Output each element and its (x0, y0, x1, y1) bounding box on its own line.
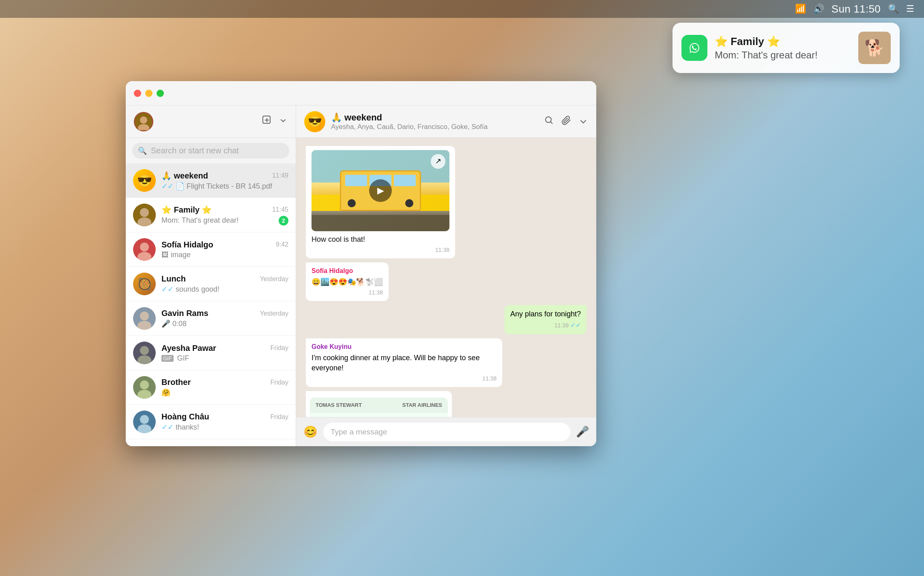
chat-avatar-weekend: 😎 (133, 169, 156, 192)
maximize-button[interactable] (157, 90, 164, 97)
svg-point-9 (140, 243, 149, 251)
svg-point-12 (140, 312, 149, 320)
ticket-passenger: TOMAS STEWART (316, 402, 362, 409)
chat-avatar-family (133, 204, 156, 226)
search-menubar-icon[interactable]: 🔍 (888, 4, 899, 14)
chat-time-lunch: Yesterday (260, 275, 288, 283)
minimize-button[interactable] (145, 90, 153, 97)
chat-info-brother: Brother Friday 🤗 (161, 378, 288, 397)
notification-message: Mom: That's great dear! (715, 49, 851, 61)
chat-panel: 😎 🙏 weekend Ayesha, Anya, Cauã, Dario, F… (296, 105, 596, 446)
chat-name-brother: Brother (161, 378, 191, 387)
chat-info-gavin: Gavin Rams Yesterday 🎤 0:08 (161, 309, 288, 328)
traffic-lights (134, 90, 164, 97)
notification-avatar: 🐕 (858, 32, 891, 64)
wifi-icon: 📶 (795, 4, 806, 14)
message-sender-goke: Goke Kuyinu (312, 342, 496, 351)
chat-preview-ayesha: GIF GIF (161, 354, 288, 363)
chat-item-gavin[interactable]: Gavin Rams Yesterday 🎤 0:08 (126, 301, 296, 336)
chat-info-lunch: Lunch Yesterday ✓✓ sounds good! (161, 274, 288, 294)
menubar: 📶 🔊 Sun 11:50 🔍 ☰ (0, 0, 924, 18)
chat-name-weekend: 🙏 weekend (161, 171, 208, 181)
chat-time-family: 11:45 (272, 206, 288, 213)
microphone-button[interactable]: 🎤 (576, 426, 589, 438)
chat-preview-family: Mom: That's great dear! 2 (161, 216, 288, 226)
video-thumbnail[interactable]: ▶ ↗ (312, 150, 449, 231)
chat-preview-gavin: 🎤 0:08 (161, 319, 288, 328)
message-sender-sofia: Sofía Hidalgo (312, 267, 383, 275)
menu-icon[interactable]: ☰ (906, 4, 914, 14)
message-text-sofia: 😄🏙️😍😍🎭🐕🐩⬜ (312, 277, 383, 287)
message-time-3: 11:38 (312, 375, 496, 383)
chat-name-family: ⭐ Family ⭐ (161, 205, 212, 215)
chevron-down-icon[interactable] (279, 115, 288, 128)
compose-icon[interactable] (262, 115, 272, 128)
chat-name-hoang: Hoàng Châu (161, 412, 209, 421)
chat-preview-sofia: 🖼 image (161, 251, 288, 259)
chat-time-ayesha: Friday (271, 344, 288, 352)
chat-name-gavin: Gavin Rams (161, 309, 208, 318)
chat-item-family[interactable]: ⭐ Family ⭐ 11:45 Mom: That's great dear!… (126, 198, 296, 232)
paperclip-icon[interactable] (561, 116, 571, 128)
profile-avatar[interactable] (134, 112, 153, 131)
search-bar[interactable]: 🔍 Search or start new chat (132, 143, 289, 159)
chat-info-family: ⭐ Family ⭐ 11:45 Mom: That's great dear!… (161, 205, 288, 226)
chat-preview-weekend: ✓✓ 📄 Flight Tickets - BR 145.pdf (161, 182, 288, 191)
main-content: 🔍 Search or start new chat 😎 🙏 weekend 1… (126, 105, 596, 446)
app-window: 🔍 Search or start new chat 😎 🙏 weekend 1… (126, 81, 596, 446)
chat-item-weekend[interactable]: 😎 🙏 weekend 11:49 ✓✓ 📄 Flight Tickets - … (126, 163, 296, 198)
sidebar-header-icons (262, 115, 288, 128)
chat-item-ayesha[interactable]: Ayesha Pawar Friday GIF GIF (126, 336, 296, 370)
message-text-outgoing: Any plans for tonight? (510, 309, 581, 319)
svg-point-18 (140, 380, 149, 389)
chat-header-members: Ayesha, Anya, Cauã, Dario, Francisco, Go… (331, 123, 539, 131)
more-icon[interactable] (578, 116, 588, 128)
message-time-1: 11:38 (312, 289, 383, 297)
chat-avatar-lunch: 🥘 (133, 273, 156, 295)
flight-ticket: TOMAS STEWART STAR AIRLINES LHR → SFO BR… (310, 398, 448, 417)
chat-item-hoang[interactable]: Hoàng Châu Friday ✓✓ thanks! (126, 405, 296, 439)
message-input-bar: 😊 Type a message 🎤 (296, 417, 596, 446)
message-text-goke: I'm cooking dinner at my place. Will be … (312, 353, 496, 373)
chat-item-brother[interactable]: Brother Friday 🤗 (126, 370, 296, 405)
chat-avatar-hoang (133, 411, 156, 433)
chat-info-sofia: Sofía Hidalgo 9:42 🖼 image (161, 240, 288, 259)
chat-header-info: 🙏 weekend Ayesha, Anya, Cauã, Dario, Fra… (331, 112, 539, 131)
menubar-right: 📶 🔊 Sun 11:50 🔍 ☰ (795, 3, 914, 15)
search-input[interactable]: Search or start new chat (151, 146, 239, 155)
chat-time-sofia: 9:42 (276, 241, 288, 248)
emoji-button[interactable]: 😊 (303, 425, 318, 438)
chat-info-weekend: 🙏 weekend 11:49 ✓✓ 📄 Flight Tickets - BR… (161, 171, 288, 191)
notification-banner[interactable]: ⭐ Family ⭐ Mom: That's great dear! 🐕 (673, 23, 900, 73)
chat-name-sofia: Sofía Hidalgo (161, 240, 213, 249)
search-container: 🔍 Search or start new chat (126, 138, 296, 163)
video-share-button[interactable]: ↗ (431, 154, 445, 169)
message-goke: Goke Kuyinu I'm cooking dinner at my pla… (306, 338, 502, 387)
menubar-time: Sun 11:50 (832, 3, 881, 15)
message-time-2: 11:39 ✓✓ (510, 321, 581, 330)
chat-name-lunch: Lunch (161, 274, 186, 284)
chat-search-icon[interactable] (544, 116, 554, 128)
svg-point-15 (140, 346, 149, 355)
search-icon: 🔍 (138, 146, 147, 155)
chat-item-lunch[interactable]: 🥘 Lunch Yesterday ✓✓ sounds good! (126, 267, 296, 301)
unread-badge-family: 2 (279, 216, 288, 226)
chat-header-name: 🙏 weekend (331, 112, 539, 123)
chat-header-avatar: 😎 (304, 111, 325, 132)
chat-avatar-brother (133, 376, 156, 399)
svg-point-0 (686, 40, 703, 56)
close-button[interactable] (134, 90, 141, 97)
sidebar-header (126, 105, 296, 138)
message-checks: ✓✓ (570, 322, 581, 329)
message-text-video: How cool is that! (312, 234, 449, 245)
message-outgoing-tonight: Any plans for tonight? 11:39 ✓✓ (505, 305, 587, 334)
message-ticket: TOMAS STEWART STAR AIRLINES LHR → SFO BR… (306, 391, 452, 417)
chat-item-sofia[interactable]: Sofía Hidalgo 9:42 🖼 image (126, 232, 296, 267)
video-play-button[interactable]: ▶ (369, 179, 392, 202)
svg-point-6 (140, 208, 149, 217)
chat-info-ayesha: Ayesha Pawar Friday GIF GIF (161, 344, 288, 363)
ticket-header: TOMAS STEWART STAR AIRLINES (310, 398, 448, 413)
chat-header: 😎 🙏 weekend Ayesha, Anya, Cauã, Dario, F… (296, 105, 596, 138)
chat-name-ayesha: Ayesha Pawar (161, 344, 216, 353)
message-input-field[interactable]: Type a message (323, 423, 570, 441)
